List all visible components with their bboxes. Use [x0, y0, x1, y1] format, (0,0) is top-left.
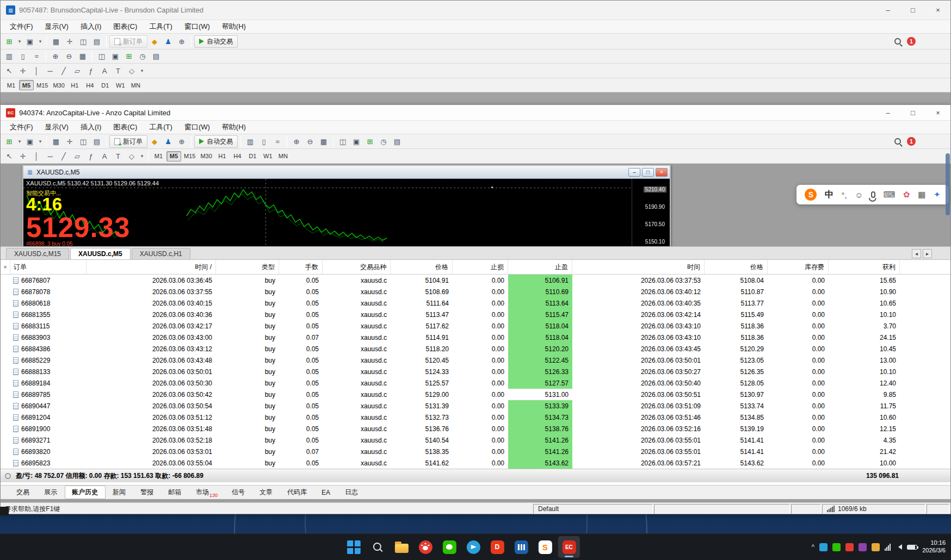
trendline-icon[interactable]: ╱: [57, 150, 70, 162]
history-row[interactable]: 66893271 2026.03.06 03:52:18 buy 0.05 xa…: [1, 434, 950, 446]
cascade-windows-icon[interactable]: ▣: [350, 135, 363, 147]
chart-tab[interactable]: XAUUSD.c,M15: [6, 248, 69, 259]
menu-item[interactable]: 文件(F): [4, 121, 39, 134]
autotrade-button[interactable]: 自动交易: [194, 35, 238, 48]
tray-app-icon-4[interactable]: [859, 543, 867, 551]
web-icon[interactable]: ⊕: [175, 35, 188, 47]
column-swap[interactable]: 库存费: [768, 260, 829, 274]
vertical-line-icon[interactable]: │: [30, 65, 43, 77]
menu-item[interactable]: 图表(C): [107, 121, 143, 134]
timeframe-button[interactable]: MN: [276, 151, 291, 161]
taskbar-app-button[interactable]: [439, 536, 460, 558]
profiles-icon[interactable]: ▣: [23, 135, 36, 147]
terminal-panel-icon[interactable]: ▤: [90, 135, 103, 147]
strategy-tester-icon[interactable]: ▤: [150, 51, 163, 63]
ime-mode-indicator[interactable]: 中: [825, 189, 833, 201]
fibonacci-icon[interactable]: ƒ: [84, 150, 97, 162]
menu-item[interactable]: 插入(I): [75, 121, 107, 134]
shapes-icon[interactable]: ◇: [125, 150, 138, 162]
clock-icon[interactable]: ◷: [136, 51, 149, 63]
menu-item[interactable]: 工具(T): [143, 20, 178, 33]
timeframe-button[interactable]: D1: [98, 80, 113, 90]
timeframe-button[interactable]: M5: [166, 151, 181, 161]
indicators-icon[interactable]: ◆: [148, 35, 161, 47]
notification-badge[interactable]: 1: [907, 37, 916, 46]
timeframe-button[interactable]: H4: [230, 151, 245, 161]
timeframe-button[interactable]: H1: [215, 151, 230, 161]
cascade-windows-icon[interactable]: ▣: [109, 51, 122, 63]
strategy-tester-icon[interactable]: ▤: [391, 135, 404, 147]
history-row[interactable]: 66884386 2026.03.06 03:43:12 buy 0.05 xa…: [1, 343, 950, 354]
network-icon[interactable]: [885, 544, 891, 551]
punctuation-icon[interactable]: °,: [842, 190, 847, 200]
column-tp[interactable]: 止盈: [508, 260, 572, 274]
terminal-tab[interactable]: 市场130: [189, 486, 225, 499]
terminal-tab[interactable]: 代码库: [280, 486, 314, 499]
terminal-panel-icon[interactable]: ▤: [90, 35, 103, 47]
search-icon[interactable]: [893, 36, 903, 46]
shapes-caret-icon[interactable]: ▾: [139, 65, 145, 77]
taskbar-app-button[interactable]: [415, 536, 436, 558]
timeframe-button[interactable]: M5: [19, 80, 34, 90]
profile-selector[interactable]: Default: [533, 504, 653, 514]
history-row[interactable]: 66878078 2026.03.06 03:37:55 buy 0.05 xa…: [1, 286, 950, 297]
new-chart-caret-icon[interactable]: ▾: [16, 135, 23, 147]
profiles-caret-icon[interactable]: ▾: [37, 135, 44, 147]
close-button[interactable]: ×: [925, 1, 950, 20]
grid-icon[interactable]: ▦: [76, 51, 89, 63]
market-watch-icon[interactable]: ▦: [50, 35, 63, 47]
new-chart-icon[interactable]: ⊞: [3, 135, 16, 147]
search-icon[interactable]: [893, 136, 903, 146]
terminal-tab[interactable]: 邮箱: [161, 486, 189, 499]
keyboard-icon[interactable]: ⌨: [884, 190, 896, 200]
zoom-in-icon[interactable]: ⊕: [49, 51, 62, 63]
chart-area[interactable]: ▲ XAUUSD.c,M5 5130.42 5131.30 5129.06 51…: [23, 179, 670, 247]
terminal-tab[interactable]: 信号: [225, 486, 252, 499]
new-order-button[interactable]: 新订单: [109, 135, 147, 148]
taskbar-clock[interactable]: 10:16 2026/3/6: [922, 539, 946, 555]
history-row[interactable]: 66891204 2026.03.06 03:51:12 buy 0.05 xa…: [1, 412, 950, 423]
terminal-tab[interactable]: 展示: [37, 486, 65, 499]
maximize-button[interactable]: □: [900, 1, 925, 20]
menu-item[interactable]: 帮助(H): [216, 121, 252, 134]
new-chart-green-icon[interactable]: ⊞: [122, 51, 135, 63]
web-icon[interactable]: ⊕: [175, 135, 188, 147]
skin-icon[interactable]: ✿: [903, 190, 910, 200]
menu-item[interactable]: 文件(F): [4, 20, 39, 33]
column-open-price[interactable]: 价格: [391, 260, 453, 274]
battery-icon[interactable]: [907, 545, 917, 550]
connection-cell[interactable]: 1069/6 kb: [822, 504, 925, 514]
timeframe-button[interactable]: W1: [113, 80, 128, 90]
menu-item[interactable]: 图表(C): [107, 20, 143, 33]
menu-item[interactable]: 显示(V): [39, 20, 75, 33]
sogou-logo-icon[interactable]: S: [805, 189, 817, 201]
history-row[interactable]: 66880618 2026.03.06 03:40:15 buy 0.05 xa…: [1, 297, 950, 309]
crosshair-move-icon[interactable]: ✛: [63, 35, 76, 47]
trendline-icon[interactable]: ╱: [57, 65, 70, 77]
line-chart-icon[interactable]: ≈: [30, 51, 43, 63]
taskbar-app-button[interactable]: [510, 536, 532, 558]
cursor-icon[interactable]: ↖: [3, 150, 16, 162]
ohlc-bars-icon[interactable]: ▥: [244, 135, 257, 147]
history-row[interactable]: 66883115 2026.03.06 03:42:17 buy 0.05 xa…: [1, 320, 950, 332]
timeframe-button[interactable]: H1: [67, 80, 82, 90]
zoom-out-icon[interactable]: ⊖: [304, 135, 317, 147]
column-sl[interactable]: 止损: [453, 260, 508, 274]
timeframe-button[interactable]: M1: [4, 80, 18, 90]
vertical-line-icon[interactable]: │: [30, 150, 43, 162]
history-row[interactable]: 66889785 2026.03.06 03:50:42 buy 0.05 xa…: [1, 389, 950, 400]
menu-item[interactable]: 工具(T): [143, 121, 178, 134]
chart-window-titlebar[interactable]: ▥ XAUUSD.c,M5 – □ ×: [23, 166, 670, 179]
tray-app-icon-3[interactable]: [845, 543, 854, 551]
timeframe-button[interactable]: M30: [51, 80, 66, 90]
notification-badge[interactable]: 1: [907, 137, 916, 146]
panel-close-icon[interactable]: ×: [1, 260, 10, 274]
taskbar-app-button[interactable]: EC: [558, 536, 580, 558]
expert-advisor-icon[interactable]: ♟: [162, 135, 175, 147]
timeframe-button[interactable]: H4: [83, 80, 97, 90]
timeframe-button[interactable]: M30: [198, 151, 214, 161]
history-row[interactable]: 66881355 2026.03.06 03:40:36 buy 0.05 xa…: [1, 309, 950, 320]
new-chart-icon[interactable]: ⊞: [3, 35, 16, 47]
profiles-icon[interactable]: ▣: [23, 35, 36, 47]
chart-tab[interactable]: XAUUSD.c,H1: [132, 248, 190, 259]
